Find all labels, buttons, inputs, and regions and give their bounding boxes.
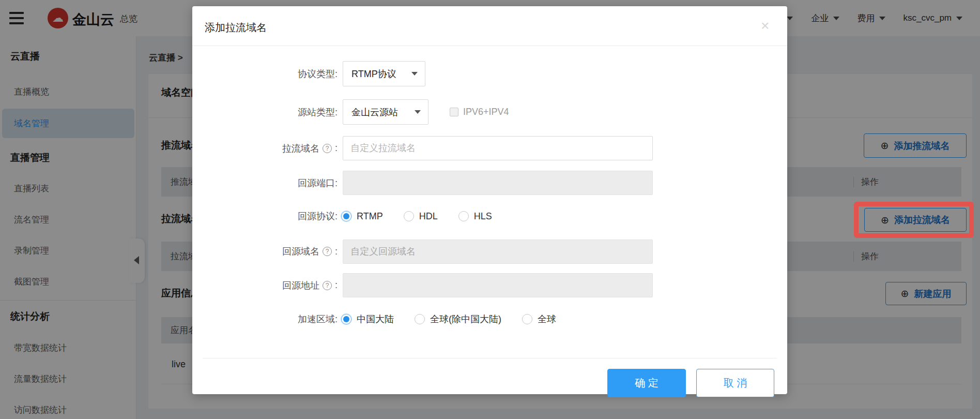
- origin-address-input: [343, 273, 653, 297]
- pull-domain-label: 拉流域名 :: [192, 136, 338, 160]
- close-icon[interactable]: ×: [761, 19, 769, 33]
- radio-unselected-icon: [404, 211, 414, 221]
- checkbox-unchecked-icon[interactable]: [450, 108, 458, 116]
- cancel-button[interactable]: 取 消: [696, 369, 774, 397]
- origin-address-label: 回源地址 :: [192, 273, 338, 297]
- radio-hls[interactable]: HLS: [458, 211, 492, 222]
- chevron-down-icon: [411, 72, 418, 76]
- app-window: ☁ 金山云 总览 企业 费用 ksc_cvc_pm 云直播 直播概览 域名管理 …: [0, 0, 980, 419]
- dialog-title: 添加拉流域名: [205, 21, 267, 35]
- origin-protocol-radio-group: RTMP HDL HLS: [341, 211, 492, 222]
- origin-protocol-label: 回源协议:: [192, 207, 338, 226]
- radio-global-except-china[interactable]: 全球(除中国大陆): [415, 313, 501, 325]
- origin-domain-label: 回源域名 :: [192, 239, 338, 264]
- source-type-label: 源站类型:: [192, 99, 338, 125]
- dialog-header-divider: [192, 46, 787, 46]
- pull-domain-input[interactable]: [343, 136, 653, 160]
- ipv6-ipv4-checkbox-group[interactable]: IPV6+IPV4: [450, 107, 509, 117]
- region-label: 加速区域:: [192, 310, 338, 328]
- radio-china-mainland[interactable]: 中国大陆: [341, 313, 394, 325]
- chevron-down-icon: [415, 110, 421, 114]
- help-icon[interactable]: [323, 144, 332, 153]
- radio-unselected-icon: [458, 211, 469, 221]
- radio-unselected-icon: [415, 314, 425, 324]
- origin-domain-input: [343, 240, 653, 264]
- origin-port-label: 回源端口:: [192, 171, 338, 195]
- add-pull-domain-dialog: 添加拉流域名 × 协议类型: RTMP协议 源站类型: 金山云源站 IPV6+I…: [192, 6, 787, 394]
- help-icon[interactable]: [323, 247, 332, 256]
- dialog-footer-divider: [203, 358, 777, 358]
- ipv6-ipv4-label: IPV6+IPV4: [463, 107, 509, 117]
- confirm-button[interactable]: 确 定: [607, 369, 686, 397]
- radio-selected-icon: [341, 211, 351, 221]
- radio-selected-icon: [341, 314, 351, 324]
- help-icon[interactable]: [323, 281, 332, 290]
- region-radio-group: 中国大陆 全球(除中国大陆) 全球: [341, 313, 556, 325]
- radio-rtmp[interactable]: RTMP: [341, 211, 383, 222]
- source-type-select[interactable]: 金山云源站: [343, 99, 428, 125]
- radio-global[interactable]: 全球: [522, 313, 556, 325]
- protocol-type-select[interactable]: RTMP协议: [343, 61, 425, 86]
- radio-hdl[interactable]: HDL: [404, 211, 438, 222]
- radio-unselected-icon: [522, 314, 532, 324]
- origin-port-input: [343, 171, 653, 195]
- protocol-type-label: 协议类型:: [192, 61, 338, 86]
